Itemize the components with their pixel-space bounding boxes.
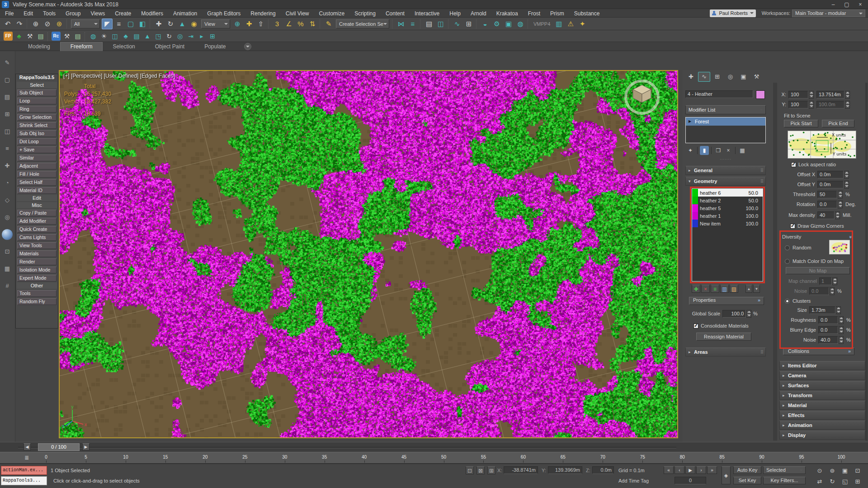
spinner-icon[interactable] <box>838 191 843 198</box>
ribbon-tab-freeform[interactable]: Freeform <box>60 42 103 51</box>
home-grid-icon[interactable]: ⊞ <box>852 477 863 487</box>
ribbon-tab-modeling[interactable]: Modeling <box>18 42 60 52</box>
remove-modifier-icon[interactable]: × <box>724 146 733 155</box>
geometry-list-item[interactable]: heather 250.0 <box>692 197 763 204</box>
current-frame-field[interactable]: 0 <box>675 477 706 484</box>
prev-key-button[interactable]: ◀ <box>24 443 31 450</box>
tab-hierarchy[interactable]: ⊞ <box>711 72 723 82</box>
menu-group[interactable]: Group <box>61 9 85 18</box>
menu-views[interactable]: Views <box>85 9 110 18</box>
mirror-icon[interactable]: ⋈ <box>396 19 406 29</box>
rollout-animation[interactable]: ▸Animation <box>779 421 865 430</box>
blurry-edge-field[interactable]: 0.0 <box>818 326 838 334</box>
ribbon-tab-object-paint[interactable]: Object Paint <box>145 42 194 52</box>
go-to-end-button[interactable]: » <box>707 466 717 474</box>
configure-modifier-sets-icon[interactable]: ▦ <box>738 146 747 155</box>
sun-icon[interactable]: ☀ <box>99 31 109 41</box>
zoom-all-icon[interactable]: ⊚ <box>826 466 838 476</box>
menu-content[interactable]: Content <box>381 9 410 18</box>
play-button[interactable]: ▶ <box>685 466 695 474</box>
bind-to-spacewarp-icon[interactable]: ⊛ <box>54 19 65 29</box>
ref-coord-dropdown[interactable]: View <box>201 19 230 28</box>
spinner-icon[interactable] <box>839 336 844 344</box>
rappatools-button-sub-object[interactable]: Sub Object <box>17 89 57 96</box>
edit-named-selections-icon[interactable]: ✎ <box>323 19 334 29</box>
hash-tool-icon[interactable]: # <box>2 281 13 291</box>
rappatools-button-materials[interactable]: Materials <box>17 250 57 257</box>
camera-add-icon[interactable]: ⊞ <box>208 31 217 41</box>
grid-panel-icon[interactable]: ⊞ <box>2 109 13 120</box>
rappatools-button-material-id[interactable]: Material ID <box>17 187 57 194</box>
use-pivot-center-icon[interactable]: ⊕ <box>232 19 243 29</box>
spinner-icon[interactable] <box>844 181 849 188</box>
make-unique-icon[interactable]: ❒ <box>714 146 723 155</box>
spark-icon[interactable]: ✦ <box>577 19 588 29</box>
max-density-field[interactable]: 40 <box>817 211 835 219</box>
y-count-field[interactable]: 100 <box>788 101 808 108</box>
rappatools-button-random-fly[interactable]: Random Fly <box>17 298 57 305</box>
railclone-icon[interactable]: Rc <box>52 32 61 41</box>
menu-tools[interactable]: Tools <box>38 9 61 18</box>
rollout-effects[interactable]: ▸Effects <box>779 411 865 420</box>
warning-icon[interactable]: ⚠ <box>565 19 576 29</box>
properties-button[interactable]: Properties » <box>689 297 764 305</box>
selection-lock-icon[interactable]: ⊠ <box>476 466 485 474</box>
list-tool-icon[interactable]: ≡ <box>2 143 13 154</box>
rotation-field[interactable]: 0.0 <box>817 201 837 208</box>
menu-prism[interactable]: Prism <box>545 9 569 18</box>
pine-icon[interactable]: ▲ <box>142 31 152 41</box>
geometry-item-list[interactable]: heather 650.0heather 250.0heather 5100.0… <box>692 188 763 282</box>
menu-file[interactable]: File <box>0 9 19 18</box>
maximize-viewport-icon[interactable]: ◱ <box>839 477 851 487</box>
menu-frost[interactable]: Frost <box>523 9 545 18</box>
select-and-link-icon[interactable]: ⊕ <box>30 19 41 29</box>
rappatools-button-loop[interactable]: Loop <box>17 98 57 104</box>
ribbon-tab-populate[interactable]: Populate <box>194 42 236 52</box>
spinner-icon[interactable] <box>809 91 814 99</box>
tab-utilities[interactable]: ⚒ <box>750 72 763 82</box>
orbit-icon[interactable]: ↻ <box>826 477 838 487</box>
camera-icon[interactable]: ◫ <box>110 31 120 41</box>
pan-icon[interactable]: ⇄ <box>814 477 826 487</box>
box-tool-icon[interactable]: ⊡ <box>2 246 13 257</box>
rollout-transform[interactable]: ▸Transform <box>779 391 865 400</box>
consolidate-checkbox[interactable] <box>693 324 698 328</box>
schematic-view-icon[interactable]: ⊞ <box>463 19 474 29</box>
trees-pair-icon[interactable]: ♣ <box>121 31 131 41</box>
spinner-snap-icon[interactable]: ⇅ <box>307 19 318 29</box>
track-bar[interactable]: ≣ 05101520253035404550556065707580859095… <box>0 452 868 464</box>
rappatools-button-sub-obj-iso[interactable]: Sub Obj Iso <box>17 130 57 137</box>
rendered-frame-icon[interactable]: ▣ <box>503 19 514 29</box>
delete-item-icon[interactable]: × <box>701 285 710 293</box>
random-radio[interactable] <box>785 245 790 250</box>
rollout-general[interactable]: ▸ General ⠿ <box>685 166 766 175</box>
align-icon[interactable]: ≡ <box>407 19 418 29</box>
zoom-icon[interactable]: ⊙ <box>814 466 826 476</box>
track-bar-mode-icon[interactable]: ≣ <box>21 454 33 462</box>
render-production-icon[interactable]: ◍ <box>515 19 526 29</box>
spinner-icon[interactable] <box>836 306 841 314</box>
coord-y-field[interactable]: 139.3969m <box>548 466 582 474</box>
geometry-list-item[interactable]: heather 5100.0 <box>692 204 763 212</box>
close-button[interactable]: × <box>854 0 867 9</box>
coord-z-field[interactable]: 0.0m <box>592 466 614 474</box>
add-tool-icon[interactable]: ✚ <box>2 160 13 171</box>
rappatools-button-add-modifier[interactable]: Add Modifier <box>17 218 57 225</box>
show-end-result-icon[interactable]: ▮ <box>700 146 709 155</box>
spinner-icon[interactable] <box>839 316 844 324</box>
panel-tool-icon[interactable]: ▦ <box>2 263 13 274</box>
rappatools-button-expert-mode[interactable]: Expert Mode <box>17 275 57 282</box>
rappatools-button-fill-hole[interactable]: Fill / Hole <box>17 171 57 178</box>
zoom-region-icon[interactable]: ⊡ <box>852 466 863 476</box>
rappatools-button-shrink-select[interactable]: Shrink Select <box>17 122 57 129</box>
light-bulb-icon[interactable]: ◍ <box>88 31 98 41</box>
modifier-list-dropdown[interactable]: Modifier List <box>685 105 766 114</box>
named-selection-dropdown[interactable]: Create Selection Se <box>336 19 389 28</box>
geometry-list-item[interactable]: heather 1100.0 <box>692 212 763 220</box>
menu-customize[interactable]: Customize <box>314 9 350 18</box>
rollout-material[interactable]: ▸Material <box>779 401 865 410</box>
collisions-button[interactable]: Collisions » <box>783 347 854 355</box>
forest-list-icon[interactable]: ▤ <box>36 31 46 41</box>
paste-item-icon[interactable]: ▨ <box>730 285 738 293</box>
consolidate-materials-row[interactable]: Consolidate Materials <box>693 322 749 330</box>
